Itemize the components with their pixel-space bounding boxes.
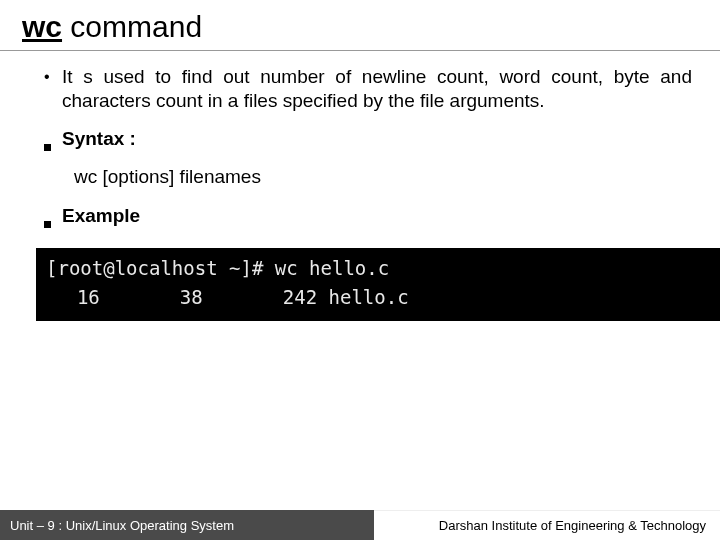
slide-content: • It s used to find out number of newlin… [0, 65, 720, 321]
footer-left: Unit – 9 : Unix/Linux Operating System [0, 510, 374, 540]
syntax-text: wc [options] filenames [44, 166, 692, 188]
slide-title: wc command [0, 0, 720, 51]
square-icon [44, 127, 62, 157]
dot-icon: • [44, 65, 62, 87]
example-label: Example [62, 204, 692, 228]
terminal: [root@localhost ~]# wc hello.c 16 38 242… [36, 248, 720, 321]
terminal-block: [root@localhost ~]# wc hello.c 16 38 242… [36, 248, 720, 321]
bullet-syntax: Syntax : [44, 127, 692, 157]
title-bold: wc [22, 10, 62, 43]
syntax-label: Syntax : [62, 127, 692, 151]
bullet-description: • It s used to find out number of newlin… [44, 65, 692, 113]
bullet-example: Example [44, 204, 692, 234]
description-text: It s used to find out number of newline … [62, 65, 692, 113]
terminal-line-2: 16 38 242 hello.c [46, 283, 710, 312]
terminal-line-1: [root@localhost ~]# wc hello.c [46, 254, 710, 283]
square-icon [44, 204, 62, 234]
footer: Unit – 9 : Unix/Linux Operating System D… [0, 510, 720, 540]
footer-right: Darshan Institute of Engineering & Techn… [374, 510, 720, 540]
title-normal: command [62, 10, 202, 43]
